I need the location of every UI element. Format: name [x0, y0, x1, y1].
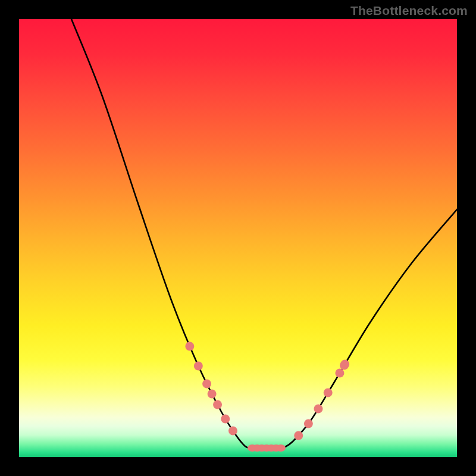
watermark-text: TheBottleneck.com — [350, 4, 468, 18]
marker-dot-right — [324, 389, 333, 397]
bottleneck-curve — [19, 19, 457, 457]
marker-dot-right — [294, 431, 303, 440]
marker-dot-left — [221, 415, 230, 424]
curve-right — [283, 209, 457, 448]
curve-left — [71, 19, 250, 448]
marker-dot-right — [340, 361, 349, 370]
marker-dot-left — [185, 342, 194, 351]
marker-dot-right — [304, 419, 313, 428]
marker-dot-left — [194, 361, 203, 370]
marker-dot-left — [208, 390, 217, 399]
chart-frame: TheBottleneck.com — [0, 0, 476, 476]
marker-dot-flat — [276, 444, 286, 452]
marker-dot-left — [202, 380, 211, 389]
marker-dot-right — [335, 369, 344, 378]
plot-area — [19, 19, 457, 457]
marker-dot-left — [213, 400, 222, 409]
marker-dot-right — [314, 405, 322, 414]
marker-dot-left — [228, 427, 237, 436]
